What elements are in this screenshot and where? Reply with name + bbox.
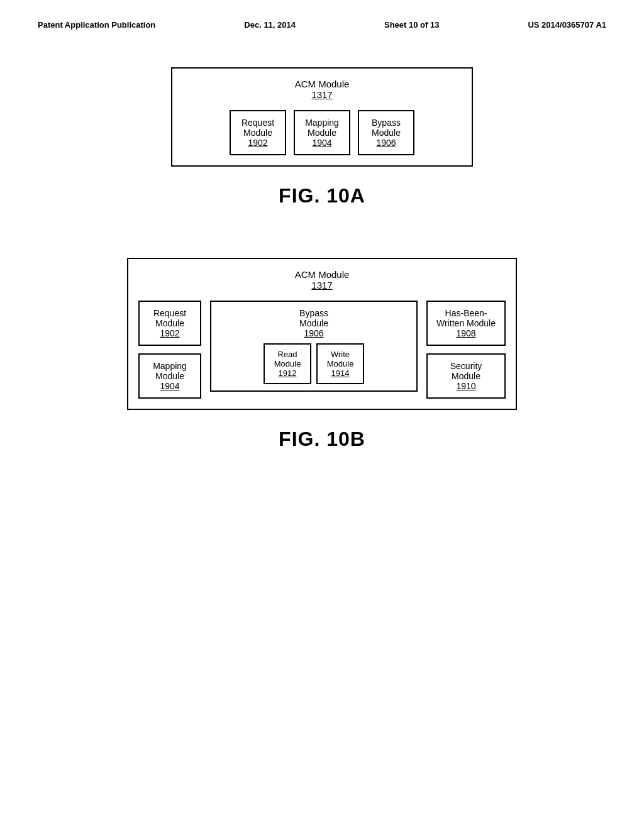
fig10b-mapping-module: Mapping Module 1904: [138, 353, 201, 399]
fig10a-module-2: Bypass Module 1906: [358, 110, 414, 155]
header-sheet: Sheet 10 of 13: [384, 20, 439, 30]
fig10a-modules-row: Request Module 1902 Mapping Module 1904 …: [182, 110, 462, 155]
fig10b-hasbeen-module: Has-Been- Written Module 1908: [426, 301, 506, 346]
fig10b-outer-box: ACM Module 1317 Request Module 1902 Mapp…: [127, 258, 517, 410]
fig10b-read-module: Read Module 1912: [264, 343, 311, 384]
fig10a-acm-title: ACM Module: [182, 79, 462, 89]
fig10a-module-1-num: 1904: [304, 138, 340, 148]
fig10b-security-module: Security Module 1910: [426, 353, 506, 399]
header-publication: Patent Application Publication: [38, 20, 155, 30]
fig10a-module-1-l1: Mapping: [304, 118, 340, 128]
fig10b-request-module: Request Module 1902: [138, 301, 201, 346]
fig10a-module-0-num: 1902: [240, 138, 276, 148]
fig10b-col-right: Has-Been- Written Module 1908 Security M…: [426, 301, 506, 399]
fig10b-bypass-outer: Bypass Module 1906 Read Module 1912 Writ…: [210, 301, 418, 392]
fig10a-module-1: Mapping Module 1904: [294, 110, 350, 155]
fig10a-module-2-l2: Module: [368, 128, 404, 138]
fig10b-outer-title: ACM Module 1317: [138, 269, 506, 290]
fig10b-bypass-title: Bypass Module 1906: [218, 308, 410, 338]
fig10b-col-left: Request Module 1902 Mapping Module 1904: [138, 301, 201, 399]
fig10b-label: FIG. 10B: [279, 428, 365, 451]
fig10a-label: FIG. 10A: [279, 184, 365, 208]
fig10a-module-1-l2: Module: [304, 128, 340, 138]
fig10b-acm-title: ACM Module: [138, 269, 506, 280]
header-date: Dec. 11, 2014: [244, 20, 296, 30]
fig10a-section: ACM Module 1317 Request Module 1902 Mapp…: [0, 67, 644, 208]
fig10a-module-0: Request Module 1902: [230, 110, 286, 155]
fig10a-acm-num: 1317: [182, 89, 462, 100]
fig10a-outer-title: ACM Module 1317: [182, 79, 462, 100]
fig10b-section: ACM Module 1317 Request Module 1902 Mapp…: [0, 258, 644, 451]
page-header: Patent Application Publication Dec. 11, …: [0, 0, 644, 30]
fig10b-col-middle: Bypass Module 1906 Read Module 1912 Writ…: [210, 301, 418, 392]
fig10a-module-2-l1: Bypass: [368, 118, 404, 128]
fig10a-module-2-num: 1906: [368, 138, 404, 148]
fig10a-module-0-l2: Module: [240, 128, 276, 138]
fig10b-grid: Request Module 1902 Mapping Module 1904 …: [138, 301, 506, 399]
fig10b-write-module: Write Module 1914: [316, 343, 364, 384]
fig10b-acm-num: 1317: [138, 280, 506, 290]
header-patent: US 2014/0365707 A1: [528, 20, 606, 30]
fig10b-bypass-inner-row: Read Module 1912 Write Module 1914: [218, 343, 410, 384]
fig10a-module-0-l1: Request: [240, 118, 276, 128]
fig10a-outer-box: ACM Module 1317 Request Module 1902 Mapp…: [171, 67, 473, 167]
